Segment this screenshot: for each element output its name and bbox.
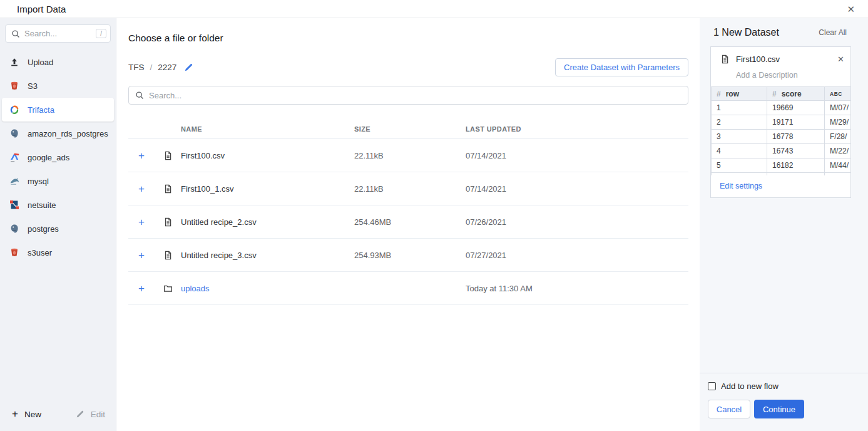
file-icon <box>162 150 173 161</box>
sidebar-item-upload[interactable]: Upload <box>2 50 114 74</box>
sidebar-item-label: Trifacta <box>28 105 54 115</box>
upload-icon <box>9 56 20 68</box>
column-header-name: NAME <box>181 125 354 133</box>
s3-icon <box>9 80 20 91</box>
add-dataset-icon[interactable]: + <box>138 283 162 294</box>
folder-icon <box>162 283 173 294</box>
file-updated: 07/14/2021 <box>466 151 688 160</box>
sidebar-search-input[interactable] <box>24 29 91 38</box>
file-name: First100.csv <box>181 151 354 160</box>
new-connection-label: New <box>24 410 41 419</box>
edit-connection-button[interactable]: Edit <box>76 410 105 419</box>
file-updated: 07/27/2021 <box>466 251 688 260</box>
sidebar-item-postgres[interactable]: postgres <box>2 217 114 241</box>
column-header-last-updated: LAST UPDATED <box>466 125 688 133</box>
table-row[interactable]: + uploads Today at 11:30 AM <box>128 272 688 305</box>
file-size: 254.46MB <box>354 217 466 227</box>
column-header-size: SIZE <box>354 125 466 133</box>
continue-button[interactable]: Continue <box>754 400 804 418</box>
new-connection-button[interactable]: + New <box>12 408 41 420</box>
sidebar-search[interactable]: / <box>5 24 111 43</box>
google-ads-icon <box>9 152 20 163</box>
sidebar-item-s3[interactable]: S3 <box>2 74 114 98</box>
file-size: 22.11kB <box>354 151 466 160</box>
add-description-field[interactable]: Add a Description <box>736 71 850 80</box>
file-icon <box>720 54 730 64</box>
sidebar-item-label: mysql <box>28 177 49 186</box>
file-icon <box>162 249 173 261</box>
preview-column-header: #score <box>767 87 825 101</box>
cancel-button[interactable]: Cancel <box>708 400 750 418</box>
dialog-titlebar: Import Data ✕ <box>0 0 868 18</box>
add-dataset-icon[interactable]: + <box>138 184 162 194</box>
remove-dataset-icon[interactable]: ✕ <box>837 55 844 63</box>
edit-connection-label: Edit <box>91 410 105 419</box>
numeric-type-icon: # <box>772 90 777 98</box>
sidebar-item-google-ads[interactable]: google_ads <box>2 145 114 169</box>
pencil-icon <box>76 410 84 418</box>
postgres-icon <box>9 128 20 139</box>
numeric-type-icon: # <box>717 90 721 98</box>
file-search-input[interactable] <box>149 91 682 100</box>
file-icon <box>162 183 173 194</box>
sidebar-item-trifacta[interactable]: Trifacta <box>2 98 114 122</box>
clear-all-button[interactable]: Clear All <box>819 28 847 37</box>
file-updated: 07/26/2021 <box>466 217 688 227</box>
file-size: 254.93MB <box>354 251 466 260</box>
add-to-new-flow-option[interactable]: Add to new flow <box>708 382 858 391</box>
add-dataset-icon[interactable]: + <box>138 217 162 227</box>
sidebar-item-amazon-rds-postgres[interactable]: amazon_rds_postgres <box>2 122 114 145</box>
files-table: NAME SIZE LAST UPDATED + First100.csv 22… <box>128 112 688 305</box>
file-name: Untitled recipe_2.csv <box>181 217 354 227</box>
sidebar-item-netsuite[interactable]: netsuite <box>2 193 114 217</box>
edit-settings-link[interactable]: Edit settings <box>711 175 850 197</box>
string-type-icon: ABC <box>825 87 851 101</box>
sidebar-item-label: amazon_rds_postgres <box>28 129 108 138</box>
sidebar-item-label: s3user <box>28 248 52 257</box>
folder-link[interactable]: uploads <box>181 284 354 293</box>
mysql-icon <box>9 175 20 187</box>
create-dataset-with-parameters-button[interactable]: Create Dataset with Parameters <box>555 58 688 76</box>
table-row[interactable]: + First100_1.csv 22.11kB 07/14/2021 <box>128 172 688 205</box>
search-shortcut-badge: / <box>96 29 106 38</box>
sidebar-item-label: netsuite <box>28 200 56 210</box>
preview-row: 316778F/28/ <box>712 130 851 144</box>
file-updated: Today at 11:30 AM <box>466 284 688 293</box>
sidebar-item-label: S3 <box>28 81 38 91</box>
sidebar-item-mysql[interactable]: mysql <box>2 169 114 193</box>
breadcrumb-separator: / <box>150 63 153 72</box>
sidebar-item-s3user[interactable]: s3user <box>2 241 114 264</box>
sidebar-item-label: postgres <box>28 224 59 234</box>
file-browser-main: Choose a file or folder TFS / 2227 Creat… <box>116 18 700 431</box>
dialog-title: Import Data <box>17 4 66 14</box>
files-table-header: NAME SIZE LAST UPDATED <box>128 112 688 139</box>
file-search[interactable] <box>128 86 688 105</box>
dataset-filename: First100.csv <box>736 55 780 64</box>
panel-footer: Add to new flow Cancel Continue <box>700 373 868 431</box>
file-name: Untitled recipe_3.csv <box>181 251 354 260</box>
close-icon[interactable]: ✕ <box>847 4 855 14</box>
edit-path-icon[interactable] <box>184 63 193 72</box>
add-dataset-icon[interactable]: + <box>138 150 162 161</box>
breadcrumb-root[interactable]: TFS <box>128 63 145 72</box>
file-updated: 07/14/2021 <box>466 184 688 194</box>
search-icon <box>11 29 20 38</box>
table-row[interactable]: + Untitled recipe_3.csv 254.93MB 07/27/2… <box>128 239 688 272</box>
add-to-new-flow-label: Add to new flow <box>721 382 779 391</box>
dataset-preview-table: #row #score ABC 119669M/07/ 219171M/29/ <box>711 86 850 175</box>
file-icon <box>162 216 173 227</box>
s3-icon <box>9 247 20 258</box>
add-dataset-icon[interactable]: + <box>138 250 162 261</box>
page-title: Choose a file or folder <box>128 33 688 44</box>
dataset-card: First100.csv ✕ Add a Description #row #s… <box>710 46 851 198</box>
preview-row: 119669M/07/ <box>712 101 851 115</box>
add-to-new-flow-checkbox[interactable] <box>708 382 716 390</box>
trifacta-icon <box>9 104 20 115</box>
table-row[interactable]: + First100.csv 22.11kB 07/14/2021 <box>128 139 688 172</box>
sidebar-item-label: google_ads <box>28 153 69 162</box>
panel-title: 1 New Dataset <box>713 27 779 38</box>
preview-row: 416743M/22/ <box>712 144 851 158</box>
sidebar-footer: + New Edit <box>0 400 116 431</box>
breadcrumb-current: 2227 <box>158 63 176 72</box>
table-row[interactable]: + Untitled recipe_2.csv 254.46MB 07/26/2… <box>128 205 688 239</box>
